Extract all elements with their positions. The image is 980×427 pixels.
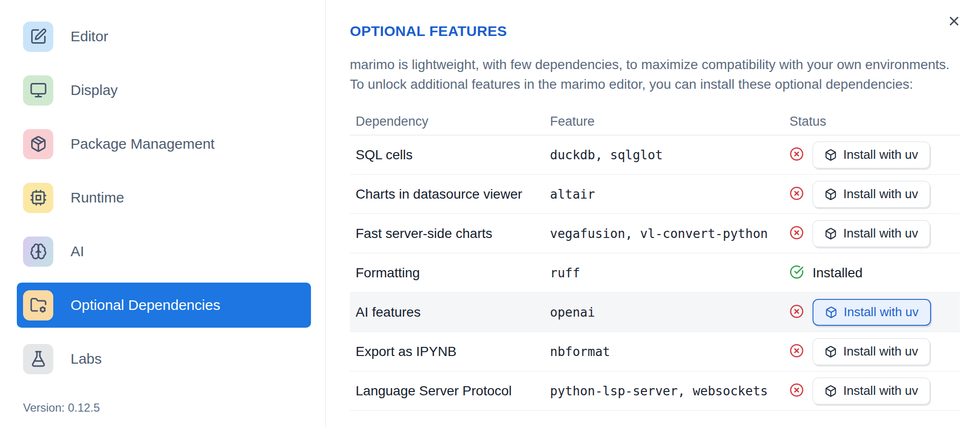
- version-label: Version: 0.12.5: [23, 401, 100, 415]
- page-title: OPTIONAL FEATURES: [350, 23, 960, 39]
- table-row: Fast server-side chartsvegafusion, vl-co…: [350, 214, 960, 253]
- dependency-cell: Charts in datasource viewer: [350, 187, 544, 202]
- feature-cell: nbformat: [544, 344, 784, 359]
- not-installed-x-icon: [789, 344, 804, 358]
- sidebar-item-list: EditorDisplayPackage ManagementRuntimeAI…: [17, 14, 311, 390]
- description-line-1: marimo is lightweight, with few dependen…: [350, 55, 960, 74]
- panel-description: marimo is lightweight, with few dependen…: [350, 55, 960, 94]
- feature-cell: vegafusion, vl-convert-python: [544, 226, 784, 241]
- install-button-label: Install with uv: [843, 147, 918, 162]
- table-row: AI featuresopenaiInstall with uv: [350, 293, 960, 332]
- feature-cell: ruff: [544, 266, 784, 280]
- install-button-label: Install with uv: [843, 344, 918, 359]
- not-installed-status: [789, 304, 804, 320]
- package-icon: [30, 135, 47, 153]
- install-with-uv-button[interactable]: Install with uv: [813, 378, 930, 404]
- not-installed-x-icon: [789, 304, 804, 319]
- dependency-cell: SQL cells: [350, 147, 544, 163]
- package-icon-tile: [23, 129, 53, 159]
- table-header-row: Dependency Feature Status: [350, 108, 960, 135]
- not-installed-x-icon: [789, 147, 804, 161]
- dependencies-table: Dependency Feature Status SQL cellsduckd…: [350, 108, 960, 411]
- sidebar-item-display[interactable]: Display: [17, 68, 311, 113]
- feature-cell: altair: [544, 187, 784, 202]
- status-cell: Install with uv: [784, 299, 960, 326]
- feature-cell: duckdb, sqlglot: [544, 148, 784, 162]
- folder-cog-icon: [30, 297, 47, 314]
- install-button-label: Install with uv: [843, 383, 918, 398]
- install-with-uv-button[interactable]: Install with uv: [813, 220, 930, 247]
- column-header-dependency: Dependency: [350, 114, 544, 129]
- sidebar-item-label: Optional Dependencies: [71, 297, 220, 313]
- install-with-uv-button[interactable]: Install with uv: [813, 181, 930, 208]
- package-box-icon: [825, 385, 837, 397]
- table-row: Charts in datasource vieweraltairInstall…: [350, 175, 960, 214]
- package-box-icon: [825, 188, 837, 201]
- not-installed-x-icon: [789, 225, 804, 240]
- monitor-icon: [30, 82, 47, 99]
- not-installed-x-icon: [789, 186, 804, 201]
- installed-label: Installed: [813, 265, 862, 281]
- settings-sidebar: EditorDisplayPackage ManagementRuntimeAI…: [0, 0, 326, 427]
- sidebar-item-label: Package Management: [71, 136, 215, 152]
- sidebar-item-package-management[interactable]: Package Management: [17, 121, 311, 166]
- table-row: Export as IPYNBnbformatInstall with uv: [350, 332, 960, 371]
- feature-cell: openai: [544, 305, 784, 320]
- sidebar-item-label: AI: [71, 243, 84, 260]
- column-header-feature: Feature: [544, 114, 784, 129]
- sidebar-item-optional-dependencies[interactable]: Optional Dependencies: [17, 283, 311, 328]
- status-cell: Install with uv: [784, 220, 960, 247]
- package-box-icon: [825, 345, 837, 358]
- feature-cell: python-lsp-server, websockets: [544, 384, 784, 398]
- installed-check-icon: [789, 265, 804, 279]
- description-line-2: To unlock additional features in the mar…: [350, 74, 960, 94]
- square-pen-icon: [30, 28, 47, 45]
- installed-status: [789, 265, 804, 281]
- status-cell: Installed: [784, 265, 960, 281]
- package-box-icon: [825, 227, 837, 240]
- sidebar-item-editor[interactable]: Editor: [17, 14, 311, 59]
- sidebar-item-label: Runtime: [71, 190, 124, 206]
- package-box-icon: [825, 306, 837, 319]
- status-cell: Install with uv: [784, 142, 960, 168]
- table-row: Language Server Protocolpython-lsp-serve…: [350, 371, 960, 411]
- sidebar-item-label: Labs: [71, 351, 102, 367]
- flask-icon: [30, 350, 47, 368]
- sidebar-item-label: Display: [71, 82, 118, 98]
- column-header-status: Status: [784, 114, 960, 129]
- monitor-icon-tile: [23, 75, 53, 106]
- not-installed-status: [789, 225, 804, 242]
- sidebar-item-ai[interactable]: AI: [17, 229, 311, 274]
- install-with-uv-button[interactable]: Install with uv: [813, 142, 930, 168]
- folder-cog-icon-tile: [23, 290, 53, 320]
- status-cell: Install with uv: [784, 338, 960, 365]
- brain-icon: [30, 243, 47, 260]
- not-installed-status: [789, 383, 804, 399]
- cpu-icon-tile: [23, 183, 53, 213]
- status-cell: Install with uv: [784, 378, 960, 404]
- sidebar-item-labs[interactable]: Labs: [17, 336, 311, 381]
- package-box-icon: [825, 149, 837, 161]
- status-cell: Install with uv: [784, 181, 960, 208]
- dependency-cell: AI features: [350, 305, 544, 320]
- settings-main-panel: OPTIONAL FEATURES marimo is lightweight,…: [326, 0, 980, 427]
- install-button-label: Install with uv: [844, 305, 919, 320]
- not-installed-status: [789, 344, 804, 360]
- dependency-cell: Fast server-side charts: [350, 226, 544, 241]
- panel-content: OPTIONAL FEATURES marimo is lightweight,…: [350, 0, 960, 411]
- not-installed-x-icon: [789, 383, 804, 397]
- table-row: SQL cellsduckdb, sqlglotInstall with uv: [350, 135, 960, 175]
- dependency-cell: Formatting: [350, 265, 544, 281]
- install-with-uv-button[interactable]: Install with uv: [813, 299, 931, 326]
- table-row: FormattingruffInstalled: [350, 253, 960, 293]
- flask-icon-tile: [23, 344, 53, 374]
- not-installed-status: [789, 147, 804, 163]
- settings-dialog: EditorDisplayPackage ManagementRuntimeAI…: [0, 0, 980, 427]
- dependency-cell: Export as IPYNB: [350, 344, 544, 359]
- install-with-uv-button[interactable]: Install with uv: [813, 338, 930, 365]
- sidebar-item-label: Editor: [71, 28, 108, 45]
- install-button-label: Install with uv: [843, 187, 918, 202]
- sidebar-item-runtime[interactable]: Runtime: [17, 175, 311, 220]
- install-button-label: Install with uv: [843, 226, 918, 241]
- square-pen-icon-tile: [23, 22, 53, 52]
